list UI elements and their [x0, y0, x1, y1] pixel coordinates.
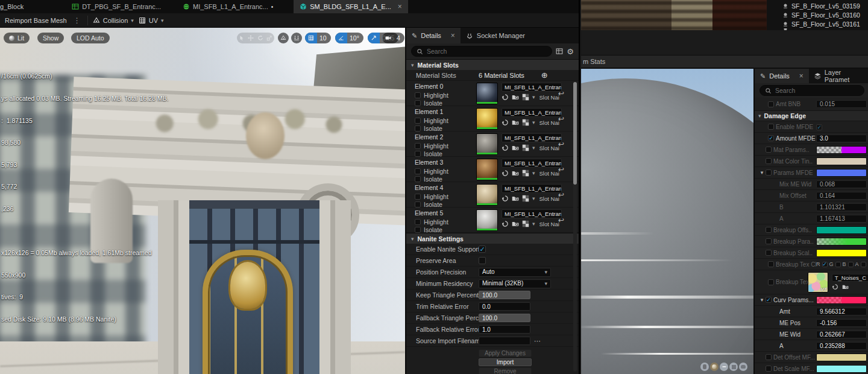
cylinder-preview-button[interactable]: [700, 363, 709, 371]
teapot-preview-button[interactable]: [739, 363, 747, 371]
material-slots-category[interactable]: ▾ Material Slots: [406, 59, 579, 70]
use-selected-asset-icon[interactable]: [502, 94, 509, 101]
reset-to-default-icon[interactable]: ↩: [558, 191, 564, 199]
reset-to-default-icon[interactable]: ↩: [558, 115, 564, 123]
texture-thumbnail[interactable]: VT: [808, 272, 828, 293]
lod-auto-button[interactable]: LOD Auto: [71, 33, 110, 43]
material-asset-dropdown[interactable]: MI_SFB_L1_A_Entrance_03: [502, 159, 562, 168]
rotation-snap-control[interactable]: 10°: [335, 33, 363, 43]
mesh-viewport[interactable]: Lit Show LOD Auto 10 10°: [0, 28, 405, 374]
tab-details[interactable]: ✎ Details ×: [406, 28, 461, 43]
reimport-options-icon[interactable]: ⋮: [72, 16, 83, 25]
sphere-preview-button[interactable]: [710, 363, 719, 371]
use-selected-asset-icon[interactable]: [502, 220, 509, 227]
browse-to-asset-icon[interactable]: [512, 119, 519, 126]
move-tool-icon[interactable]: [248, 35, 254, 41]
chevron-down-icon[interactable]: ▾: [532, 145, 535, 151]
browse-to-asset-icon[interactable]: [512, 220, 519, 227]
texture-options-icon[interactable]: [522, 195, 529, 202]
chevron-down-icon[interactable]: ▾: [532, 221, 535, 227]
surface-snap-button[interactable]: [291, 33, 302, 43]
isolate-checkbox[interactable]: [415, 227, 421, 233]
highlight-checkbox[interactable]: [415, 194, 421, 200]
lit-mode-button[interactable]: Lit: [4, 33, 30, 43]
browse-to-asset-icon[interactable]: [512, 195, 519, 202]
coordinate-space-button[interactable]: [278, 33, 289, 43]
chevron-down-icon[interactable]: ▾: [532, 170, 535, 176]
isolate-checkbox[interactable]: [415, 176, 421, 182]
override-checkbox[interactable]: [766, 250, 772, 256]
override-checkbox[interactable]: [766, 354, 772, 360]
override-checkbox[interactable]: [766, 366, 772, 372]
grid-snap-control[interactable]: 10: [305, 33, 331, 43]
material-preview-viewport[interactable]: [581, 69, 753, 374]
color-swatch[interactable]: [816, 146, 867, 154]
search-field[interactable]: [760, 85, 864, 96]
add-material-slot-icon[interactable]: ⊕: [541, 71, 548, 80]
isolate-checkbox[interactable]: [415, 151, 421, 157]
material-thumbnail[interactable]: [476, 209, 498, 231]
show-menu-button[interactable]: Show: [37, 33, 64, 43]
reset-to-default-icon[interactable]: ↩: [558, 165, 564, 174]
override-checkbox[interactable]: [766, 147, 772, 153]
tab-material-instance[interactable]: MI_SFB_L1_A_Entranc... •: [177, 0, 279, 13]
tab-datatable[interactable]: DT_PBG_SF_B_Entranc...: [66, 0, 167, 13]
reset-to-default-icon[interactable]: ↩: [558, 140, 564, 148]
param-value[interactable]: 0.068: [816, 180, 867, 188]
chevron-down-icon[interactable]: ▾: [532, 94, 535, 100]
tab-layer-parameters[interactable]: Layer Paramet: [809, 69, 868, 83]
angle-snap-value[interactable]: 10°: [347, 34, 363, 42]
material-thumbnail[interactable]: [476, 159, 498, 180]
reset-to-default-icon[interactable]: ↩: [558, 216, 564, 224]
channel-g-checkbox[interactable]: [835, 262, 841, 267]
tab-static-mesh-active[interactable]: SM_BLDG_SFB_L1_A_E... ×: [294, 0, 408, 13]
source-import-filename-input[interactable]: [479, 337, 530, 345]
browse-to-asset-icon[interactable]: [512, 144, 519, 151]
override-checkbox[interactable]: ✓: [768, 135, 774, 141]
texture-options-icon[interactable]: [522, 119, 529, 126]
browse-to-asset-icon[interactable]: [842, 284, 849, 290]
tab-details[interactable]: ✎ Details ×: [755, 69, 809, 83]
close-icon[interactable]: ×: [799, 72, 804, 80]
plane-preview-button[interactable]: [720, 363, 728, 371]
material-thumbnail[interactable]: [476, 83, 498, 104]
amt-bnb-checkbox[interactable]: [768, 101, 774, 107]
enable-mfde-checkbox[interactable]: ✓: [816, 124, 822, 130]
override-checkbox[interactable]: [768, 124, 774, 130]
texture-options-icon[interactable]: [522, 220, 529, 227]
damage-edge-category[interactable]: ▾ Damage Edge: [755, 111, 868, 121]
color-swatch[interactable]: [816, 157, 867, 165]
use-selected-asset-icon[interactable]: [832, 284, 838, 290]
chevron-down-icon[interactable]: ▾: [532, 195, 535, 201]
channel-b-checkbox[interactable]: [848, 262, 854, 267]
scale-tool-icon[interactable]: [266, 35, 272, 41]
color-swatch[interactable]: [816, 249, 867, 257]
outliner-item[interactable]: SF_B_Floor_Lv5_03160: [767, 10, 868, 19]
color-swatch[interactable]: [816, 238, 867, 246]
use-selected-asset-icon[interactable]: [502, 119, 509, 126]
close-icon[interactable]: ×: [451, 31, 455, 40]
preserve-area-checkbox[interactable]: [479, 257, 486, 264]
highlight-checkbox[interactable]: [415, 219, 421, 225]
param-value[interactable]: 3.0: [816, 135, 867, 142]
use-selected-asset-icon[interactable]: [502, 195, 509, 202]
grid-snap-value[interactable]: 10: [317, 34, 331, 42]
override-checkbox[interactable]: [766, 158, 772, 164]
highlight-checkbox[interactable]: [415, 118, 421, 124]
override-checkbox[interactable]: [766, 238, 772, 244]
highlight-checkbox[interactable]: [415, 168, 421, 174]
tab-socket-manager[interactable]: Socket Manager: [461, 28, 530, 43]
details-scrollbar[interactable]: [573, 82, 577, 372]
expander-icon[interactable]: ▾: [758, 297, 766, 303]
position-precision-dropdown[interactable]: Auto ▾: [479, 268, 551, 277]
override-checkbox[interactable]: [766, 227, 772, 233]
camera-speed-value[interactable]: 4: [394, 34, 404, 42]
uv-menu-button[interactable]: UV ▾: [139, 17, 164, 24]
highlight-checkbox[interactable]: [415, 92, 421, 98]
browse-to-asset-icon[interactable]: [512, 94, 519, 101]
highlight-checkbox[interactable]: [415, 143, 421, 149]
param-value[interactable]: 9.566312: [816, 308, 867, 315]
display-filter-icon[interactable]: [556, 48, 563, 55]
tab-block[interactable]: g_Block: [0, 0, 30, 13]
reset-to-default-icon[interactable]: ↩: [558, 89, 564, 98]
